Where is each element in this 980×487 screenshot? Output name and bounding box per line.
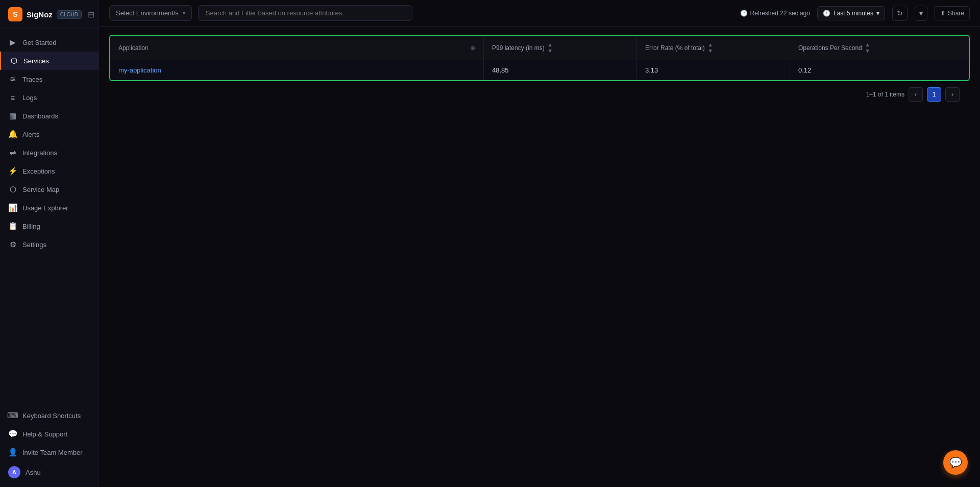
table-header: Application ⊕ P99 latency (in ms) ▲▼ Err… [110, 36, 969, 60]
dashboards-icon: ▦ [8, 111, 17, 120]
sidebar-item-label: Invite Team Member [22, 449, 83, 456]
sidebar-item-service-map[interactable]: ⬡ Service Map [0, 180, 99, 199]
sidebar-item-label: Services [23, 57, 49, 65]
sidebar-item-label: Alerts [22, 131, 39, 138]
sidebar-item-label: Billing [22, 223, 40, 230]
sidebar-item-label: Settings [22, 241, 46, 249]
sidebar-item-label: Dashboards [22, 112, 58, 120]
logs-icon: ≡ [8, 93, 17, 102]
traces-icon: ≋ [8, 75, 17, 84]
sidebar-item-label: Integrations [22, 149, 57, 157]
column-header-extra [943, 36, 969, 60]
environment-select[interactable]: Select Environment/s ▾ [109, 5, 192, 21]
sidebar-item-usage-explorer[interactable]: 📊 Usage Explorer [0, 199, 99, 217]
ops-value: 0.12 [798, 66, 811, 74]
topbar: Select Environment/s ▾ 🕐 Refreshed 22 se… [99, 0, 980, 27]
p99-value: 48.85 [492, 66, 509, 74]
invite-team-icon: 👤 [8, 448, 17, 457]
sidebar-item-label: Traces [22, 76, 42, 83]
sidebar-item-billing[interactable]: 📋 Billing [0, 217, 99, 235]
col-label-p99: P99 latency (in ms) [492, 44, 545, 52]
sort-icon-ops[interactable]: ▲▼ [865, 42, 870, 54]
sidebar-item-label: Exceptions [22, 167, 55, 175]
help-support-icon: 💬 [8, 429, 17, 439]
sidebar-item-label: Keyboard Shortcuts [22, 412, 81, 420]
refresh-options-button[interactable]: ▾ [915, 6, 927, 21]
services-content: Application ⊕ P99 latency (in ms) ▲▼ Err… [99, 27, 980, 487]
sidebar-item-traces[interactable]: ≋ Traces [0, 70, 99, 88]
column-header-error-rate: Error Rate (% of total) ▲▼ [637, 36, 790, 60]
time-range-arrow-icon: ▾ [876, 10, 879, 17]
col-label-application: Application [118, 44, 149, 52]
share-button[interactable]: ⬆ Share [935, 6, 970, 20]
sidebar-item-alerts[interactable]: 🔔 Alerts [0, 125, 99, 143]
error-rate-value: 3.13 [645, 66, 658, 74]
pagination-summary: 1–1 of 1 items [866, 91, 904, 98]
settings-icon: ⚙ [8, 240, 17, 249]
sidebar-item-label: Logs [22, 94, 37, 102]
usage-explorer-icon: 📊 [8, 203, 17, 212]
time-icon: 🕐 [823, 10, 830, 17]
user-profile-item[interactable]: A Ashu [0, 461, 99, 483]
share-icon: ⬆ [940, 10, 945, 17]
col-label-ops: Operations Per Second [798, 44, 862, 52]
logo-icon: S [8, 7, 22, 21]
column-header-ops: Operations Per Second ▲▼ [790, 36, 943, 60]
share-label: Share [948, 10, 964, 17]
user-avatar: A [8, 466, 20, 478]
topbar-right: 🕐 Refreshed 22 sec ago 🕐 Last 5 minutes … [740, 6, 970, 21]
time-range-label: Last 5 minutes [834, 10, 873, 17]
sort-icon-error-rate[interactable]: ▲▼ [708, 42, 713, 54]
sidebar: S SigNoz CLOUD ⊟ ▶ Get Started ⬡ Service… [0, 0, 99, 487]
prev-page-button[interactable]: ‹ [909, 87, 923, 102]
sidebar-item-dashboards[interactable]: ▦ Dashboards [0, 107, 99, 125]
main-content: Select Environment/s ▾ 🕐 Refreshed 22 se… [99, 0, 980, 487]
logo-text: SigNoz [27, 10, 53, 19]
clock-icon: 🕐 [740, 10, 748, 17]
topbar-left: Select Environment/s ▾ [109, 5, 412, 21]
cell-p99: 48.85 [484, 60, 637, 80]
pagination: 1–1 of 1 items ‹ 1 › [109, 81, 970, 108]
sidebar-item-settings[interactable]: ⚙ Settings [0, 235, 99, 254]
chat-fab-icon: 💬 [949, 456, 962, 469]
refresh-info: 🕐 Refreshed 22 sec ago [740, 10, 810, 17]
sidebar-item-integrations[interactable]: ⇌ Integrations [0, 143, 99, 162]
sort-icon-p99[interactable]: ▲▼ [548, 42, 553, 54]
col-label-error-rate: Error Rate (% of total) [645, 44, 705, 52]
env-select-arrow-icon: ▾ [183, 10, 185, 16]
application-link[interactable]: my-application [118, 66, 161, 74]
sidebar-item-services[interactable]: ⬡ Services [0, 52, 99, 70]
time-range-select[interactable]: 🕐 Last 5 minutes ▾ [817, 6, 885, 20]
sidebar-item-label: Service Map [22, 186, 59, 193]
column-header-p99: P99 latency (in ms) ▲▼ [484, 36, 637, 60]
chat-fab-button[interactable]: 💬 [943, 450, 968, 475]
sidebar-item-exceptions[interactable]: ⚡ Exceptions [0, 162, 99, 180]
next-page-button[interactable]: › [945, 87, 960, 102]
sidebar-item-label: Get Started [22, 39, 56, 46]
services-table: Application ⊕ P99 latency (in ms) ▲▼ Err… [109, 35, 970, 81]
search-input[interactable] [198, 5, 412, 21]
sidebar-navigation: ▶ Get Started ⬡ Services ≋ Traces ≡ Logs… [0, 29, 99, 402]
sidebar-item-invite-team[interactable]: 👤 Invite Team Member [0, 443, 99, 461]
keyboard-shortcuts-icon: ⌨ [8, 411, 17, 420]
sidebar-item-get-started[interactable]: ▶ Get Started [0, 33, 99, 52]
alerts-icon: 🔔 [8, 130, 17, 139]
billing-icon: 📋 [8, 222, 17, 231]
sidebar-item-label: Help & Support [22, 430, 67, 438]
page-1-button[interactable]: 1 [927, 87, 941, 102]
sidebar-item-help-support[interactable]: 💬 Help & Support [0, 425, 99, 443]
sidebar-item-keyboard-shortcuts[interactable]: ⌨ Keyboard Shortcuts [0, 406, 99, 425]
refresh-button[interactable]: ↻ [892, 6, 908, 21]
services-icon: ⬡ [9, 56, 18, 65]
get-started-icon: ▶ [8, 38, 17, 47]
column-header-application: Application ⊕ [110, 36, 484, 60]
column-filter-icon[interactable]: ⊕ [470, 44, 475, 52]
sidebar-item-label: Usage Explorer [22, 204, 68, 212]
sidebar-item-logs[interactable]: ≡ Logs [0, 88, 99, 107]
sidebar-collapse-button[interactable]: ⊟ [86, 8, 96, 21]
sidebar-logo: S SigNoz CLOUD ⊟ [0, 0, 99, 29]
exceptions-icon: ⚡ [8, 166, 17, 176]
cell-application: my-application [110, 60, 484, 80]
cell-error-rate: 3.13 [637, 60, 790, 80]
env-select-text: Select Environment/s [116, 9, 179, 17]
